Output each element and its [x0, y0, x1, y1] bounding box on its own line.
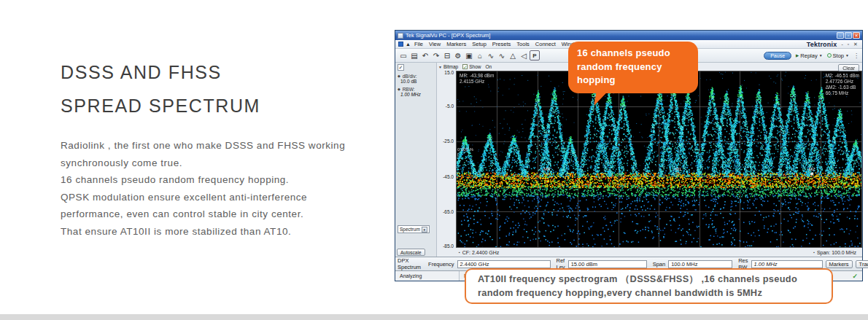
play-icon: ▶	[796, 53, 799, 58]
marker-m1[interactable]: M1 ◇	[675, 167, 681, 176]
open-folder-icon[interactable]: ▭	[398, 50, 408, 61]
document-icon[interactable]	[398, 42, 403, 47]
chevron-down-icon: ▼	[438, 65, 442, 69]
status-state: Analyzing	[395, 271, 460, 281]
menu-view[interactable]: View	[429, 41, 441, 47]
span-label: Span	[653, 261, 666, 268]
close-button[interactable]: ✕	[853, 32, 860, 39]
speaker-icon[interactable]: ◁	[519, 50, 529, 61]
cf-bullet-icon: ▪	[459, 250, 460, 254]
mdi-window-controls[interactable]: - ▫ ✕	[841, 42, 859, 47]
intro-line: synchronously come true.	[61, 155, 389, 172]
marker-mr[interactable]: MR ◇	[543, 167, 550, 176]
y-tick: -65.0	[443, 209, 454, 214]
checkbox-checked-icon: ✓	[462, 64, 468, 69]
intro-line: QPSK modulation ensure excellent anti-in…	[61, 189, 389, 206]
page-title-line1: DSSS AND FHSS	[61, 55, 389, 89]
menu-tools[interactable]: Tools	[516, 41, 530, 47]
minimize-button[interactable]: –	[837, 32, 844, 39]
trigger-threshold-label: 0.000 % [	[457, 147, 473, 157]
caption-line1: AT10II frequency spectrogram （DSSS&FHSS）…	[478, 272, 824, 286]
window-title: Tek SignalVu PC - [DPX Spectrum]	[406, 32, 490, 39]
print-icon[interactable]: ⊟	[442, 50, 452, 61]
spectrum-dropdown[interactable]: Spectrum ▾	[398, 225, 430, 233]
app-icon	[398, 33, 403, 39]
caption-box: AT10II frequency spectrogram （DSSS&FHSS）…	[465, 268, 833, 304]
y-tick: -85.0	[443, 243, 454, 249]
preset-p-icon[interactable]: P	[530, 50, 540, 61]
overflow-menu-icon[interactable]: ⋮	[853, 52, 859, 59]
db-div-value[interactable]: 10.0 dB	[400, 79, 416, 84]
bullet-icon: ◆	[398, 74, 400, 78]
bullet-icon: ◆	[398, 87, 400, 91]
intro-line: 16 channels pseudo random frequency hopp…	[61, 171, 389, 189]
stop-button[interactable]: Stop ▼	[827, 52, 849, 59]
chevron-down-icon: ▼	[845, 53, 849, 58]
intro-line: Radiolink , the first one who make DSSS …	[61, 137, 389, 155]
antenna-icon[interactable]: ⌂	[475, 50, 485, 61]
settings-gear-icon[interactable]: ⚙	[453, 50, 463, 61]
maximize-button[interactable]: ▫	[845, 32, 852, 39]
rbw-label: RBW:	[403, 87, 415, 92]
pin-icon[interactable]: ▲	[406, 42, 411, 47]
res-bw-field[interactable]: 1.00 MHz	[751, 260, 823, 268]
page-title-line2: SPREAD SPECTRUM	[61, 89, 389, 122]
pause-button[interactable]: Pause	[764, 52, 791, 60]
menu-file[interactable]: File	[414, 41, 423, 47]
marker-m2[interactable]: M2 ◆	[809, 167, 815, 176]
cube-icon[interactable]: △	[508, 50, 518, 61]
menu-presets[interactable]: Presets	[492, 41, 511, 47]
status-ok-icon: ✓	[852, 273, 858, 280]
trace-check-button[interactable]: ✓	[398, 64, 404, 71]
y-tick: -45.0	[443, 174, 454, 179]
waveform-alt-icon[interactable]: ∿	[497, 50, 507, 61]
marker-diamond-icon: ◇	[675, 171, 681, 176]
mode-label[interactable]: DPX Spectrum	[398, 257, 421, 270]
marker-diamond-icon: ◆	[809, 171, 815, 176]
page-bottom-divider	[0, 314, 868, 320]
rbw-value[interactable]: 1.00 MHz	[400, 92, 421, 97]
undo-icon[interactable]: ↶	[420, 50, 430, 61]
caption-line2: random frequency hopping,every channel b…	[478, 286, 824, 300]
shield-icon[interactable]: ▣	[464, 50, 474, 61]
intro-section: DSSS AND FHSS SPREAD SPECTRUM Radiolink …	[61, 55, 389, 240]
frequency-label: Frequency	[428, 261, 454, 268]
markers-button[interactable]: Markers	[826, 260, 853, 268]
save-icon[interactable]: ▤	[409, 50, 419, 61]
span-field[interactable]: 100.0 MHz	[668, 260, 732, 268]
ref-lev-field[interactable]: 15.00 dBm	[568, 260, 647, 268]
traces-button[interactable]: Traces	[856, 260, 868, 268]
span-readout: Span: 100.0 MHz	[817, 250, 856, 255]
cf-span-row: ▪ CF: 2.4400 GHz ▪ Span: 100.0 MHz	[437, 248, 862, 257]
marker-readout-mr: MR: -43.98 dBm 2.4115 GHz	[460, 73, 494, 85]
left-settings-panel: ✓ ◆ dB/div: 10.0 dB ◆ RBW: 1.00 MHz Spec…	[395, 63, 437, 257]
autoscale-button[interactable]: Autoscale	[397, 249, 425, 256]
cf-readout: CF: 2.4400 GHz	[462, 250, 500, 255]
dropdown-arrow-icon: ▾	[422, 227, 427, 233]
menu-setup[interactable]: Setup	[472, 41, 487, 47]
replay-button[interactable]: ▶ Replay ▼	[796, 52, 823, 59]
spectrogram-canvas	[457, 71, 861, 247]
y-tick: -5.0	[446, 104, 454, 109]
waveform-icon[interactable]: ∿	[486, 50, 496, 61]
redo-icon[interactable]: ↷	[431, 50, 441, 61]
window-titlebar[interactable]: Tek SignalVu PC - [DPX Spectrum] – ▫ ✕	[395, 31, 862, 40]
tektronix-logo: Tektronix	[807, 41, 837, 48]
clear-button[interactable]: Clear	[838, 64, 859, 71]
y-tick: -25.0	[443, 138, 454, 144]
show-checkbox[interactable]: ✓ Show	[462, 64, 481, 69]
chevron-down-icon: ▼	[819, 53, 823, 58]
db-div-label: dB/div:	[403, 74, 417, 79]
intro-paragraph: Radiolink , the first one who make DSSS …	[61, 137, 389, 240]
frequency-field[interactable]: 2.4400 GHz	[457, 260, 551, 268]
intro-line: That ensure AT10II is more stabilized th…	[61, 223, 389, 241]
callout-text: 16 channels pseudo random frequency hopp…	[577, 47, 670, 85]
menu-markers[interactable]: Markers	[446, 41, 466, 47]
y-axis-labels: 15.0 -5.0 -25.0 -45.0 -65.0 -85.0	[437, 71, 456, 248]
marker-diamond-icon: ◇	[543, 171, 550, 176]
menu-connect[interactable]: Connect	[535, 41, 556, 47]
callout-bubble: 16 channels pseudo random frequency hopp…	[568, 42, 698, 93]
spectrogram-plot[interactable]: MR: -43.98 dBm 2.4115 GHz M2: -46.51 dBm…	[456, 71, 862, 248]
show-on-label: On	[485, 64, 492, 69]
trace-mode-dropdown[interactable]: ▼ Bitmap	[438, 64, 458, 69]
